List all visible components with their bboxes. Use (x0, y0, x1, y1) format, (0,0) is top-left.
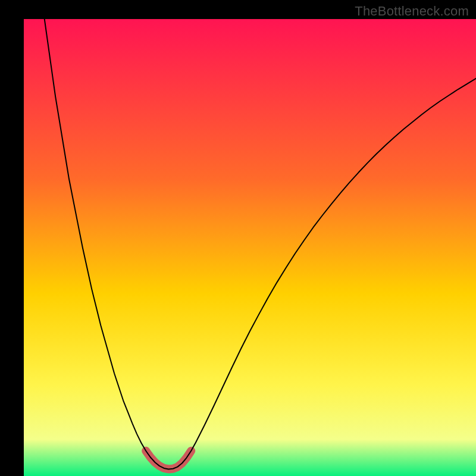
app-frame: TheBottleneck.com (0, 0, 476, 476)
chart-background (24, 19, 476, 476)
watermark-text: TheBottleneck.com (355, 4, 469, 19)
plot-area (24, 19, 476, 476)
chart-svg (24, 19, 476, 476)
